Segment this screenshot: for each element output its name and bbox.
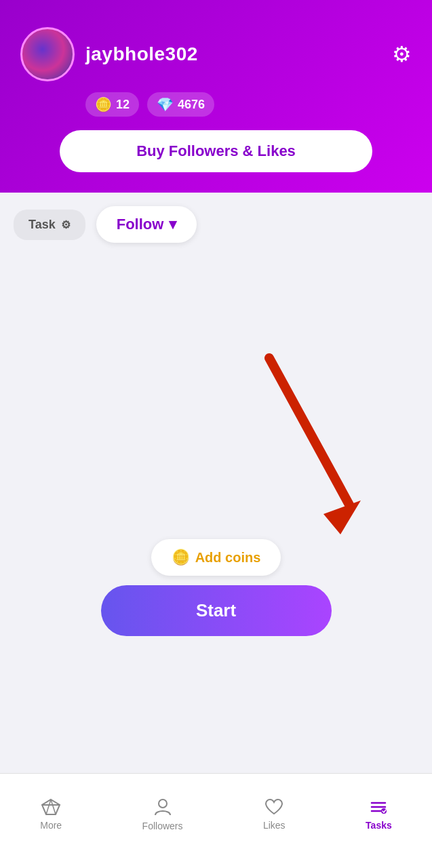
likes-label: Likes	[263, 820, 286, 831]
coin-icon: 🪙	[95, 96, 112, 113]
diamond-icon	[41, 798, 61, 816]
bottom-action: 🪙 Add coins Start	[101, 539, 332, 636]
heart-icon	[264, 798, 283, 816]
filter-icon: ⚙︎	[61, 218, 71, 231]
gem-count: 4676	[178, 98, 205, 112]
buy-followers-button[interactable]: Buy Followers & Likes	[60, 130, 373, 172]
tasks-icon	[369, 798, 388, 816]
gem-badge[interactable]: 💎 4676	[147, 92, 214, 117]
coins-row: 🪙 12 💎 4676	[85, 92, 412, 117]
svg-point-6	[159, 800, 167, 808]
svg-line-0	[269, 358, 351, 507]
task-bar: Task ⚙︎ Follow ▾	[0, 193, 432, 256]
nav-item-followers[interactable]: Followers	[142, 797, 183, 831]
followers-label: Followers	[142, 821, 183, 831]
coin-badge[interactable]: 🪙 12	[85, 92, 139, 117]
avatar-username: jaybhole302	[20, 27, 198, 81]
person-icon	[154, 797, 172, 816]
follow-button[interactable]: Follow ▾	[96, 206, 197, 243]
task-button[interactable]: Task ⚙︎	[14, 210, 85, 240]
follow-label: Follow	[117, 216, 164, 233]
header: jaybhole302 ⚙ 🪙 12 💎 4676 Buy Followers …	[0, 0, 432, 193]
buy-button-container: Buy Followers & Likes	[20, 130, 412, 172]
bottom-nav: More Followers Likes Tasks	[0, 773, 432, 868]
svg-marker-1	[323, 500, 361, 534]
settings-icon[interactable]: ⚙	[392, 41, 412, 67]
nav-item-more[interactable]: More	[40, 798, 62, 831]
task-label: Task	[28, 218, 56, 232]
avatar[interactable]	[20, 27, 75, 81]
nav-item-tasks[interactable]: Tasks	[366, 798, 392, 831]
tasks-label: Tasks	[366, 820, 392, 831]
gem-icon: 💎	[157, 96, 174, 113]
header-top: jaybhole302 ⚙	[20, 27, 412, 81]
chevron-down-icon: ▾	[169, 216, 176, 233]
add-coins-label: Add coins	[195, 550, 261, 566]
svg-point-10	[381, 808, 387, 814]
username: jaybhole302	[85, 43, 198, 65]
more-label: More	[40, 820, 62, 831]
add-coins-icon: 🪙	[172, 549, 190, 566]
main-content: 🪙 Add coins Start	[0, 256, 432, 745]
arrow-indicator	[229, 351, 378, 541]
start-button[interactable]: Start	[101, 585, 332, 636]
svg-marker-2	[42, 800, 60, 814]
add-coins-button[interactable]: 🪙 Add coins	[151, 539, 281, 576]
coin-count: 12	[116, 98, 130, 112]
nav-item-likes[interactable]: Likes	[263, 798, 286, 831]
